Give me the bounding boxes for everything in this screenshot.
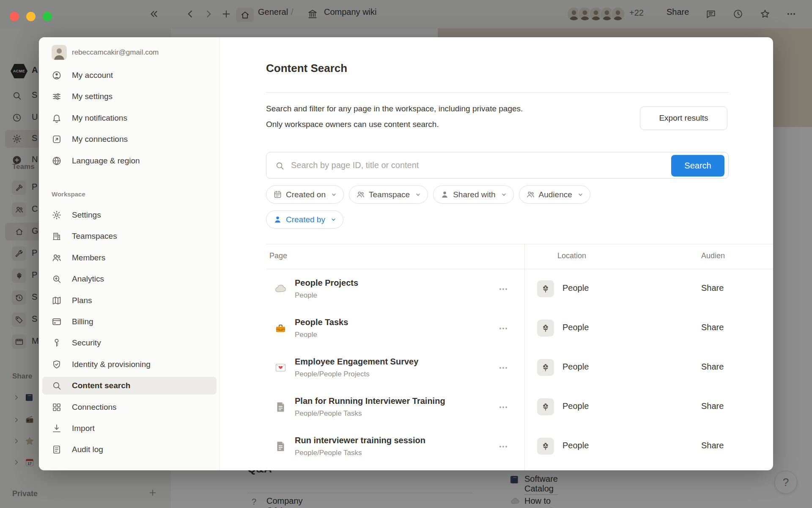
page-path: People [295,291,317,300]
chevron-down-icon [330,216,337,223]
row-more-options-icon[interactable] [498,284,509,295]
row-more-options-icon[interactable] [498,402,509,413]
building-icon [52,231,62,241]
toolbox-icon [274,322,287,335]
page-icon [274,400,287,414]
love-letter-icon [274,361,287,374]
settings-nav-language-region[interactable]: Language & region [39,152,220,170]
table-row[interactable]: Run interviewer training sessionPeople/P… [266,427,773,466]
cloud-icon [274,282,287,295]
export-results-button[interactable]: Export results [640,106,727,130]
gear-icon [52,210,62,220]
page-title: Content Search [266,62,347,75]
map-icon [52,295,62,306]
settings-nav-content-search[interactable]: Content search [39,377,220,395]
person-icon [273,215,282,224]
import-icon [52,423,62,433]
search-input[interactable] [290,153,671,178]
credit-card-icon [52,317,62,327]
page-title[interactable]: People Tasks [295,318,348,327]
settings-nav-billing[interactable]: Billing [39,313,220,331]
settings-nav-my-settings[interactable]: My settings [39,88,220,105]
row-more-options-icon[interactable] [498,323,509,334]
chevron-down-icon [330,191,337,198]
location-value: People [562,283,589,293]
settings-nav-settings[interactable]: Settings [39,206,220,224]
settings-nav-members[interactable]: Members [39,249,220,267]
settings-nav-identity-provisioning[interactable]: Identity & provisioning [39,356,220,373]
page-description: Search and filter for any page in the wo… [266,101,664,132]
settings-nav-analytics[interactable]: Analytics [39,270,220,288]
table-row[interactable]: People ProjectsPeoplePeopleShare [266,269,773,309]
audience-value: Share [701,362,724,372]
audience-value: Share [701,323,724,332]
page-title[interactable]: Plan for Running Interviewer Training [295,396,445,406]
people-icon [526,190,535,199]
settings-nav-teamspaces[interactable]: Teamspaces [39,227,220,245]
table-row[interactable]: Plan for Running Interviewer TrainingPeo… [266,387,773,427]
location-value: People [562,323,589,332]
settings-nav-audit-log[interactable]: Audit log [39,441,220,458]
table-row[interactable]: People TasksPeoplePeopleShare [266,309,773,348]
people-icon [356,190,365,199]
account-avatar [52,45,67,60]
calendar-icon [273,190,282,199]
row-more-options-icon[interactable] [498,441,509,452]
minimize-window-button[interactable] [26,12,36,21]
filter-chip-audience[interactable]: Audience [519,185,590,204]
close-window-button[interactable] [10,12,19,21]
globe-icon [52,156,62,166]
audit-log-icon [52,444,62,455]
page-title[interactable]: Employee Engagement Survey [295,357,418,367]
page-icon [274,440,287,453]
column-header-audience: Audien [701,251,725,260]
table-row[interactable]: Employee Engagement SurveyPeople/People … [266,348,773,387]
flower-badge-icon [540,362,551,373]
settings-nav-my-connections[interactable]: My connections [39,130,220,148]
window-controls [10,12,52,21]
filter-chip-shared-with[interactable]: Shared with [433,185,513,204]
settings-nav-connections[interactable]: Connections [39,398,220,416]
settings-sidebar: rebeccamcakir@gmail.com My accountMy set… [39,37,220,470]
flower-badge-icon [540,401,551,412]
zoom-plus-icon [52,274,62,284]
page-title[interactable]: People Projects [295,278,358,288]
flower-badge-icon [540,323,551,334]
chevron-down-icon [500,191,508,198]
bell-icon [52,113,62,123]
filter-chip-teamspace[interactable]: Teamspace [349,185,428,204]
settings-nav-import[interactable]: Import [39,420,220,437]
search-field: Search [266,152,729,179]
settings-nav-my-notifications[interactable]: My notifications [39,109,220,127]
page-path: People/People Tasks [295,409,362,418]
chevron-down-icon [577,191,584,198]
person-icon [440,190,449,199]
filter-chip-created-on[interactable]: Created on [266,185,344,204]
account-email: rebeccamcakir@gmail.com [72,48,159,57]
key-icon [52,338,62,348]
audience-value: Share [701,441,724,450]
filter-chip-created-by[interactable]: Created by [266,210,343,229]
divider [266,92,729,93]
row-more-options-icon[interactable] [498,362,509,373]
app-window: General / Company wiki +22 Share ACME A … [0,0,812,508]
search-icon [275,161,285,171]
results-table: Page Location Audien People ProjectsPeop… [266,244,773,470]
chevron-down-icon [414,191,422,198]
grid-icon [52,402,62,412]
sliders-icon [52,91,62,102]
audience-value: Share [701,283,724,293]
settings-nav-my-account[interactable]: My account [39,66,220,84]
search-button[interactable]: Search [671,155,724,177]
settings-nav-plans[interactable]: Plans [39,292,220,309]
arrow-up-right-box-icon [52,134,62,144]
settings-nav-security[interactable]: Security [39,334,220,352]
workspace-section-label: Workspace [52,190,85,198]
column-header-page: Page [269,251,287,260]
location-value: People [562,362,589,372]
page-path: People [295,331,317,339]
flower-badge-icon [540,441,551,452]
page-title[interactable]: Run interviewer training session [295,436,425,445]
location-value: People [562,441,589,450]
zoom-window-button[interactable] [43,12,52,21]
